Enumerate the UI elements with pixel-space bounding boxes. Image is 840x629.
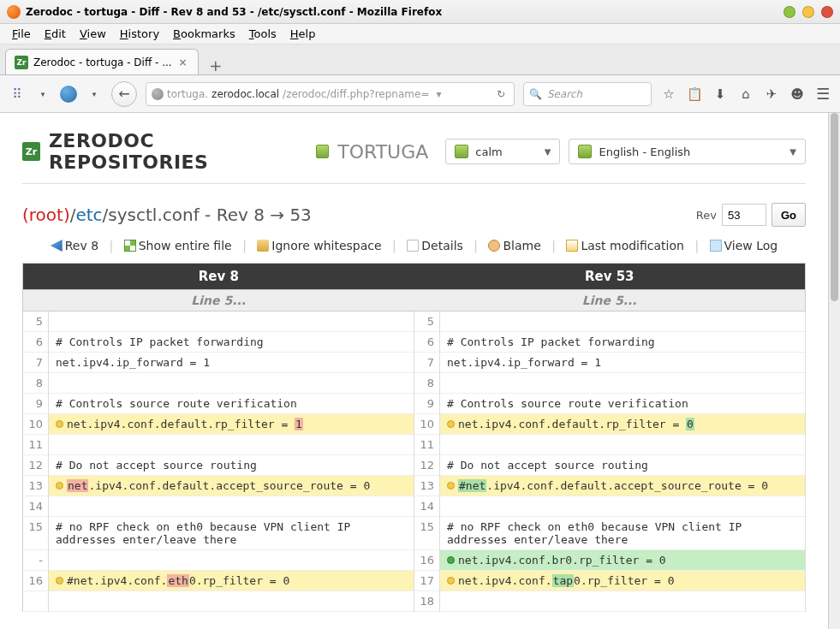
code-left: #net.ipv4.conf.eth0.rp_filter = 0 [49, 571, 414, 591]
bookmark-star-icon[interactable]: ☆ [660, 86, 677, 103]
line-number-left: 5 [23, 312, 49, 332]
menu-bookmarks[interactable]: Bookmarks [166, 26, 242, 42]
code-right [440, 312, 806, 332]
tabstrip: Zr Zerodoc - tortuga - Diff - ... × + [0, 45, 840, 75]
details-icon [407, 240, 419, 252]
change-marker-icon [56, 577, 63, 584]
identity-icon [152, 88, 164, 100]
link-blame[interactable]: Blame [503, 239, 540, 252]
line-number-left: 11 [23, 435, 49, 455]
line-number-right: 15 [414, 517, 440, 550]
line-number-left: 14 [23, 496, 49, 517]
diff-row: 12# Do not accept source routing12# Do n… [23, 455, 806, 476]
rev-go: Rev Go [696, 203, 806, 227]
line-number-left: 7 [23, 353, 49, 373]
rev-input[interactable] [722, 204, 766, 226]
menu-view[interactable]: View [73, 26, 113, 42]
code-right: # Controls source route verification [440, 394, 806, 414]
repo-header: Zr ZERODOC REPOSITORIES TORTUGA calm ▼ E… [22, 130, 806, 184]
tab-zerodoc[interactable]: Zr Zerodoc - tortuga - Diff - ... × [5, 49, 199, 74]
last-mod-icon [566, 240, 578, 252]
menu-file[interactable]: File [5, 26, 38, 42]
line-header-right: Line 5... [414, 290, 806, 312]
clipboard-icon[interactable]: 📋 [686, 86, 703, 103]
line-number-left: 9 [23, 394, 49, 414]
code-right: # no RPF check on eth0 because VPN clien… [440, 517, 806, 550]
reload-icon[interactable]: ↻ [493, 88, 509, 100]
header-left: Rev 8 [23, 264, 414, 290]
line-header-left: Line 5... [23, 290, 414, 312]
line-number-left: 13 [23, 476, 49, 496]
lang-icon [578, 145, 592, 158]
chevron-down-icon: ▼ [545, 147, 551, 157]
globe-icon[interactable] [60, 86, 77, 103]
titlebar: Zerodoc - tortuga - Diff - Rev 8 and 53 … [0, 0, 840, 24]
new-tab-button[interactable]: + [204, 56, 228, 74]
diff-row: 18 [23, 591, 806, 612]
line-number-right: 8 [414, 373, 440, 394]
url-bar[interactable]: tortuga.zerodoc.local/zerodoc/diff.php?r… [146, 82, 515, 106]
rev-label: Rev [696, 209, 717, 222]
search-bar[interactable]: 🔍 Search [523, 82, 652, 106]
menu-help[interactable]: Help [283, 26, 323, 42]
link-details[interactable]: Details [421, 239, 463, 252]
line-number-right: 16 [414, 550, 440, 571]
send-icon[interactable]: ✈ [763, 86, 780, 103]
whitespace-icon [257, 240, 269, 252]
link-rev8[interactable]: Rev 8 [65, 239, 98, 252]
apps-icon[interactable]: ⠿ [9, 86, 26, 103]
hamburger-icon[interactable]: ☰ [814, 86, 831, 103]
chat-icon[interactable]: ☻ [789, 86, 806, 103]
line-number-left [23, 591, 49, 612]
line-number-right: 14 [414, 496, 440, 517]
diff-row: 7net.ipv4.ip_forward = 17net.ipv4.ip_for… [23, 353, 806, 373]
log-icon [710, 240, 722, 252]
maximize-button[interactable] [802, 6, 814, 18]
line-number-left: 8 [23, 373, 49, 394]
home-icon[interactable]: ⌂ [737, 86, 754, 103]
line-number-right: 12 [414, 455, 440, 476]
navbar: ⠿ ▾ ▾ ← tortuga.zerodoc.local/zerodoc/di… [0, 75, 840, 113]
language-select[interactable]: English - English ▼ [569, 139, 806, 164]
tab-close-icon[interactable]: × [177, 56, 189, 68]
path-file: sysctl.conf [108, 205, 199, 225]
url-dropdown-icon[interactable]: ▾ [432, 88, 444, 100]
go-button[interactable]: Go [771, 203, 806, 227]
theme-select[interactable]: calm ▼ [445, 139, 560, 164]
line-number-left: 15 [23, 517, 49, 550]
path-rev: - Rev 8 → 53 [200, 205, 312, 225]
code-left: # Do not accept source routing [49, 455, 414, 476]
scrollbar[interactable] [828, 113, 840, 629]
change-marker-icon [447, 577, 455, 584]
close-button[interactable] [821, 6, 833, 18]
theme-value: calm [475, 145, 502, 158]
diff-row: 10net.ipv4.conf.default.rp_filter = 110n… [23, 414, 806, 435]
diff-table: Rev 8 Rev 53 Line 5... Line 5... 556# Co… [22, 263, 806, 612]
menu-history[interactable]: History [113, 26, 166, 42]
downloads-icon[interactable]: ⬇ [712, 86, 729, 103]
link-entire-file[interactable]: Show entire file [139, 239, 232, 252]
code-left [49, 373, 414, 394]
line-number-right: 5 [414, 312, 440, 332]
line-number-left: 10 [23, 414, 49, 435]
back-button[interactable]: ← [111, 81, 137, 107]
path-root[interactable]: (root) [22, 205, 70, 225]
line-number-right: 18 [414, 591, 440, 612]
link-view-log[interactable]: View Log [724, 239, 778, 252]
diff-row: 1414 [23, 496, 806, 517]
dropdown2-icon[interactable]: ▾ [86, 86, 103, 103]
link-last-modification[interactable]: Last modification [581, 239, 684, 252]
code-left [49, 550, 414, 571]
code-left: net.ipv4.conf.default.accept_source_rout… [49, 476, 414, 496]
minimize-button[interactable] [783, 6, 795, 18]
line-number-right: 6 [414, 332, 440, 353]
favicon-icon: Zr [15, 56, 28, 69]
scrollbar-thumb[interactable] [831, 113, 838, 301]
path-etc[interactable]: etc [75, 205, 102, 225]
code-right: net.ipv4.ip_forward = 1 [440, 353, 806, 373]
link-ignore-whitespace[interactable]: Ignore whitespace [271, 239, 381, 252]
dropdown-icon[interactable]: ▾ [34, 86, 51, 103]
menu-tools[interactable]: Tools [242, 26, 283, 42]
menu-edit[interactable]: Edit [38, 26, 73, 42]
line-number-right: 10 [414, 414, 440, 435]
